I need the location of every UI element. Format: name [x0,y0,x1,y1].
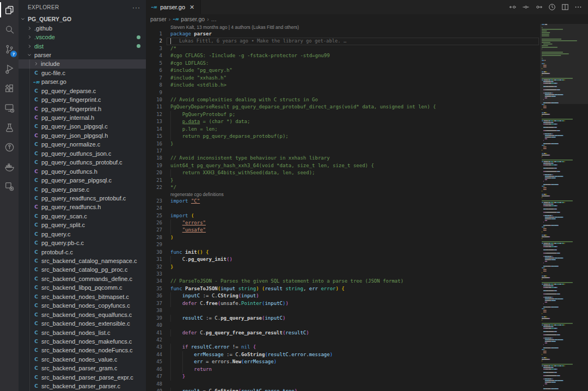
remote-explorer-icon[interactable] [0,98,19,118]
container-tools-icon[interactable] [0,176,19,196]
code-editor[interactable]: Steven Kalt, 13 months ago | 4 authors (… [146,24,588,391]
code-line-40[interactable]: 40 [146,322,540,329]
breadcrumb-item[interactable]: parser [150,16,167,22]
code-line-24[interactable]: 24 [146,205,540,212]
code-line-23[interactable]: 23import "C" [146,198,540,205]
code-line-7[interactable]: 7#include "xxhash.h" [146,75,540,82]
breadcrumb-item[interactable]: … [211,16,217,22]
code-line-1[interactable]: 1package parser [146,30,540,38]
file-row-pg-query-json-plpgsql-h[interactable]: Cpg_query_json_plpgsql.h [19,131,146,140]
file-row-pg-query-pb-c-c[interactable]: Cpg_query.pb-c.c [19,239,146,247]
file-row-src-backend-nodes-extensible-c[interactable]: Csrc_backend_nodes_extensible.c [19,319,146,328]
code-line-43[interactable]: 43 if resultC.error != nil { [146,344,540,351]
file-row-pg-query-fingerprint-h[interactable]: Cpg_query_fingerprint.h [19,104,146,113]
code-line-33[interactable]: 33 [146,271,540,278]
code-line-26[interactable]: 26 "errors" [146,219,540,227]
code-line-44[interactable]: 44 errMessage := C.GoString(resultC.erro… [146,351,540,358]
codelens[interactable]: Steven Kalt, 13 months ago | 4 authors (… [146,25,540,30]
code-line-25[interactable]: 25import ( [146,212,540,219]
file-row-src-backend-nodes-copyfuncs-c[interactable]: Csrc_backend_nodes_copyfuncs.c [19,301,146,310]
code-line-2[interactable]: 2Lukas Fittl, 6 years ago • Make the lib… [146,38,540,45]
file-row-src-backend-nodes-nodefuncs-c[interactable]: Csrc_backend_nodes_nodeFuncs.c [19,346,146,355]
tab-parser-go[interactable]: -∞ parser.go ✕ [146,0,201,14]
docker-icon[interactable] [0,157,19,176]
code-line-9[interactable]: 9 [146,89,540,96]
code-line-27[interactable]: 27 "unsafe" [146,227,540,234]
explorer-more-actions-icon[interactable]: ··· [132,4,140,11]
minimap[interactable] [540,24,588,391]
file-row-src-backend-parser-parse-expr-c[interactable]: Csrc_backend_parser_parse_expr.c [19,373,146,382]
more-actions-icon[interactable] [573,3,583,12]
file-row-pg-query-fingerprint-c[interactable]: Cpg_query_fingerprint.c [19,95,146,104]
folder-row-pg-query-go[interactable]: PG_QUERY_GO [19,15,146,23]
folder-row-dist[interactable]: dist [19,41,146,50]
breadcrumb-item[interactable]: -∞parser.go [173,16,205,22]
file-row-pg-query-scan-c[interactable]: Cpg_query_scan.c [19,212,146,221]
file-row-src-backend-libpq-pqcomm-c[interactable]: Csrc_backend_libpq_pqcomm.c [19,283,146,292]
tab-close-icon[interactable]: ✕ [188,3,195,11]
codelens[interactable]: regenerate cgo definitions [146,192,540,198]
source-control-icon[interactable]: 7 [0,39,19,59]
file-row-src-backend-nodes-makefuncs-c[interactable]: Csrc_backend_nodes_makefuncs.c [19,337,146,346]
code-line-17[interactable]: 17 [146,148,540,155]
file-row-src-backend-parser-gram-c[interactable]: Csrc_backend_parser_gram.c [19,364,146,372]
folder-row-parser[interactable]: parser [19,51,146,59]
code-line-41[interactable]: 41 defer C.pg_query_free_parse_result(re… [146,329,540,337]
file-row-src-backend-nodes-bitmapset-c[interactable]: Csrc_backend_nodes_bitmapset.c [19,292,146,301]
file-row-src-backend-commands-define-c[interactable]: Csrc_backend_commands_define.c [19,274,146,283]
folder-row--vscode[interactable]: .vscode [19,33,146,41]
file-row-parser-go[interactable]: -∞parser.go [19,77,146,86]
file-row-guc-file-c[interactable]: Cguc-file.c [19,69,146,77]
file-row-pg-query-normalize-c[interactable]: Cpg_query_normalize.c [19,140,146,149]
code-line-19[interactable]: 19uint64_t pg_query_hash_xxh3_64(void *d… [146,162,540,169]
code-line-15[interactable]: 15 return pg_query_deparse_protobuf(p); [146,133,540,140]
file-row-pg-query-deparse-c[interactable]: Cpg_query_deparse.c [19,87,146,95]
code-line-21[interactable]: 21} [146,177,540,184]
file-row-pg-query-outfuncs-protobuf-c[interactable]: Cpg_query_outfuncs_protobuf.c [19,158,146,167]
file-history-icon[interactable] [547,3,556,12]
folder-row--github[interactable]: .github [19,23,146,32]
run-debug-icon[interactable] [0,59,19,78]
search-icon[interactable] [0,20,19,39]
file-row-src-backend-catalog-pg-proc-c[interactable]: Csrc_backend_catalog_pg_proc.c [19,265,146,274]
code-line-45[interactable]: 45 err = errors.New(errMessage) [146,358,540,365]
file-row-pg-query-json-plpgsql-c[interactable]: Cpg_query_json_plpgsql.c [19,122,146,131]
open-changes-next-icon[interactable] [534,3,543,12]
file-row-pg-query-outfuncs-h[interactable]: Cpg_query_outfuncs.h [19,167,146,175]
code-line-32[interactable]: 32} [146,264,540,271]
code-line-18[interactable]: 18// Avoid inconsistent type behaviour i… [146,155,540,162]
code-line-49[interactable]: 49 result = C.GoString(resultC.parse_tre… [146,388,540,391]
code-line-20[interactable]: 20 return XXH3_64bits_withSeed(data, len… [146,169,540,176]
file-row-protobuf-c-c[interactable]: Cprotobuf-c.c [19,247,146,256]
file-row-src-backend-catalog-namespace-c[interactable]: Csrc_backend_catalog_namespace.c [19,256,146,265]
testing-icon[interactable] [0,118,19,137]
file-row-pg-query-outfuncs-json-c[interactable]: Cpg_query_outfuncs_json.c [19,149,146,158]
code-line-5[interactable]: 5#cgo LDFLAGS: [146,60,540,67]
file-row-pg-query-c[interactable]: Cpg_query.c [19,230,146,239]
code-line-12[interactable]: 12 PgQueryProtobuf p; [146,111,540,118]
code-line-46[interactable]: 46 return [146,366,540,373]
code-line-47[interactable]: 47 } [146,373,540,380]
code-line-22[interactable]: 22*/ [146,184,540,191]
code-line-39[interactable]: 39 resultC := C.pg_query_parse(inputC) [146,315,540,322]
file-row-src-backend-nodes-value-c[interactable]: Csrc_backend_nodes_value.c [19,355,146,364]
code-line-13[interactable]: 13 p.data = (char *) data; [146,118,540,125]
file-row-pg-query-readfuncs-h[interactable]: Cpg_query_readfuncs.h [19,203,146,211]
code-line-38[interactable]: 38 [146,307,540,314]
code-line-14[interactable]: 14 p.len = len; [146,126,540,133]
code-line-30[interactable]: 30func init() { [146,249,540,256]
code-line-36[interactable]: 36 inputC := C.CString(input) [146,292,540,300]
extensions-icon[interactable] [0,78,19,98]
file-row-src-backend-parser-parser-c[interactable]: Csrc_backend_parser_parser.c [19,382,146,390]
explorer-icon[interactable] [0,0,19,20]
code-line-29[interactable]: 29 [146,241,540,248]
code-line-35[interactable]: 35func ParseToJSON(input string) (result… [146,285,540,292]
code-line-4[interactable]: 4#cgo CFLAGS: -Iinclude -g -fstack-prote… [146,52,540,59]
code-line-34[interactable]: 34// ParseToJSON - Parses the given SQL … [146,278,540,285]
file-row-src-backend-nodes-list-c[interactable]: Csrc_backend_nodes_list.c [19,328,146,337]
file-row-src-backend-nodes-equalfuncs-c[interactable]: Csrc_backend_nodes_equalfuncs.c [19,310,146,319]
code-line-8[interactable]: 8#include <stdlib.h> [146,82,540,89]
code-line-10[interactable]: 10// Avoid complexities dealing with C s… [146,96,540,103]
code-line-28[interactable]: 28) [146,234,540,241]
code-line-48[interactable]: 48 [146,381,540,388]
